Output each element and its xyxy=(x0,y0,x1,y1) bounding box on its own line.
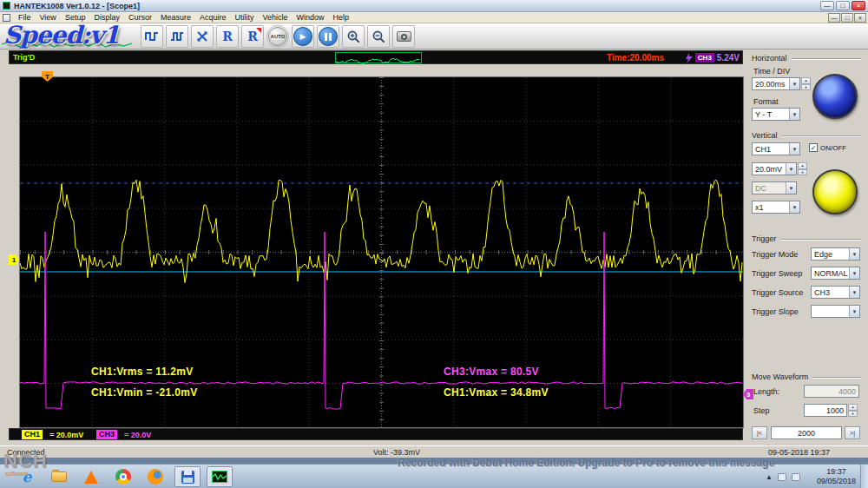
tray-volume-icon[interactable] xyxy=(792,473,800,481)
mdi-minimize-button[interactable]: — xyxy=(828,13,840,23)
maximize-button[interactable]: □ xyxy=(836,1,850,10)
horizontal-position-knob[interactable] xyxy=(812,74,858,119)
format-select[interactable]: Y - T▼ xyxy=(752,108,800,121)
time-div-select[interactable]: 20.00ms▼ xyxy=(752,77,800,90)
vertical-section-header: Vertical xyxy=(752,131,861,140)
step-field[interactable]: 1000 xyxy=(804,404,847,417)
move-waveform-section-header: Move Waveform xyxy=(752,373,861,381)
time-div-stepper[interactable]: ▲▼ xyxy=(801,77,811,90)
auto-setup-button[interactable]: AUTO xyxy=(266,25,289,48)
move-last-button[interactable]: >| xyxy=(845,426,860,439)
channel-select[interactable]: CH1▼ xyxy=(752,142,800,155)
menu-measure[interactable]: Measure xyxy=(156,12,195,23)
menu-help[interactable]: Help xyxy=(329,12,354,23)
tray-network-icon[interactable] xyxy=(778,473,786,481)
format-label: Format xyxy=(753,97,779,106)
square-wave-alt-button[interactable] xyxy=(166,25,188,48)
vlc-cone-icon xyxy=(84,471,98,484)
chevron-down-icon[interactable]: ▼ xyxy=(789,109,799,120)
menu-cursor[interactable]: Cursor xyxy=(124,12,156,23)
volts-div-select[interactable]: 20.0mV▼ xyxy=(752,162,797,175)
xy-arrows-icon xyxy=(195,30,209,43)
ch3-position-marker[interactable]: 3 xyxy=(743,389,753,399)
trigger-source-select[interactable]: CH3▼ xyxy=(811,286,860,299)
ch1-volts-div: = 20.0mV xyxy=(49,431,83,439)
taskbar-file-explorer[interactable] xyxy=(46,466,72,487)
chevron-down-icon[interactable]: ▼ xyxy=(849,248,859,260)
zoom-in-button[interactable] xyxy=(342,25,365,48)
step-stepper[interactable]: ▲▼ xyxy=(848,404,858,417)
horizontal-section-header: Horizontal xyxy=(752,54,861,63)
trigger-level-readout: CH3 5.24V xyxy=(686,52,740,63)
chevron-down-icon[interactable]: ▼ xyxy=(849,287,859,298)
coupling-select[interactable]: DC▼ xyxy=(752,181,797,195)
app-icon xyxy=(3,2,10,10)
show-desktop-button[interactable] xyxy=(860,465,868,488)
chevron-down-icon[interactable]: ▼ xyxy=(786,163,796,175)
taskbar-hantek-scope[interactable] xyxy=(207,466,233,487)
close-button[interactable]: × xyxy=(852,1,865,10)
taskbar-debut-recorder[interactable] xyxy=(174,466,201,487)
trigger-mode-value: Edge xyxy=(814,250,849,259)
folder-icon xyxy=(51,472,67,482)
vertical-title: Vertical xyxy=(752,131,778,140)
volt-readout: Volt: -39.3mV xyxy=(373,448,420,457)
taskbar-chrome[interactable] xyxy=(110,466,136,487)
length-label: Length: xyxy=(753,387,779,396)
snapshot-button[interactable] xyxy=(392,25,415,48)
ch1-position-marker[interactable]: 1 xyxy=(9,254,19,265)
move-first-button[interactable]: |< xyxy=(752,426,767,439)
onoff-checkbox[interactable]: ✓ xyxy=(809,143,818,152)
vertical-position-knob[interactable] xyxy=(812,169,858,214)
menu-acquire[interactable]: Acquire xyxy=(195,12,231,23)
taskbar-firefox[interactable] xyxy=(142,466,168,487)
probe-select[interactable]: x1▼ xyxy=(752,201,800,214)
minimize-button[interactable]: — xyxy=(820,1,834,10)
start-button[interactable]: ▶ xyxy=(292,25,314,48)
mdi-restore-button[interactable]: □ xyxy=(841,13,853,23)
preview-waveform-icon xyxy=(336,56,421,65)
play-glyph: ▶ xyxy=(300,32,306,41)
channel-onoff[interactable]: ✓ ON/OFF xyxy=(809,143,846,152)
trigger-sweep-select[interactable]: NORMAL▼ xyxy=(811,267,860,280)
nch-logo-text: NCH xyxy=(3,452,48,471)
auto-setup-icon: AUTO xyxy=(268,27,287,46)
status-bar: Connected Volt: -39.3mV 09-05-2018 19:37 xyxy=(0,445,868,458)
square-wave-button[interactable] xyxy=(141,25,163,48)
pause-button[interactable] xyxy=(317,25,339,48)
chevron-down-icon[interactable]: ▼ xyxy=(789,78,799,89)
time-div-value: 20.00ms xyxy=(755,80,789,89)
menu-vehicle[interactable]: Vehicle xyxy=(258,12,292,23)
reference-button[interactable]: R xyxy=(216,25,239,48)
tray-expand-icon[interactable]: ▲ xyxy=(766,473,773,481)
mdi-close-button[interactable]: × xyxy=(854,13,866,23)
trigger-mode-select[interactable]: Edge▼ xyxy=(811,247,860,260)
chevron-down-icon[interactable]: ▼ xyxy=(849,267,859,279)
menu-utility[interactable]: Utility xyxy=(230,12,258,23)
recall-button[interactable]: R xyxy=(241,25,264,48)
volts-div-stepper[interactable]: ▲▼ xyxy=(798,162,807,175)
taskbar-clock[interactable]: 19:37 09/05/2018 xyxy=(817,467,856,487)
speed-logo: Speed:v1 xyxy=(3,21,119,49)
trigger-section-header: Trigger xyxy=(752,234,861,243)
chevron-down-icon[interactable]: ▼ xyxy=(789,143,799,155)
scope-display[interactable]: CH1:Vrms = 11.2mV CH1:Vmin = -21.0mV CH3… xyxy=(19,76,744,428)
measurement-ch1-vmin: CH1:Vmin = -21.0mV xyxy=(91,386,197,399)
move-position-field[interactable]: 2000 xyxy=(771,426,842,439)
menu-window[interactable]: Window xyxy=(293,12,329,23)
onoff-label: ON/OFF xyxy=(820,144,846,152)
camera-icon xyxy=(397,31,411,42)
zoom-out-button[interactable] xyxy=(367,25,390,48)
measurement-ch1-vrms: CH1:Vrms = 11.2mV xyxy=(91,366,194,378)
ch3-badge: CH3 xyxy=(96,430,117,439)
toolbar: Speed:v1 R R AUTO ▶ xyxy=(0,23,868,49)
chevron-down-icon[interactable]: ▼ xyxy=(789,201,799,213)
trigger-slope-select[interactable]: ▼ xyxy=(811,305,860,318)
xy-mode-button[interactable] xyxy=(191,25,214,48)
floppy-disk-icon xyxy=(181,471,194,484)
taskbar-vlc[interactable] xyxy=(78,466,104,487)
zoom-in-icon xyxy=(346,30,361,44)
play-icon: ▶ xyxy=(293,27,312,46)
waveform-preview[interactable] xyxy=(335,52,422,63)
chevron-down-icon[interactable]: ▼ xyxy=(849,306,859,317)
